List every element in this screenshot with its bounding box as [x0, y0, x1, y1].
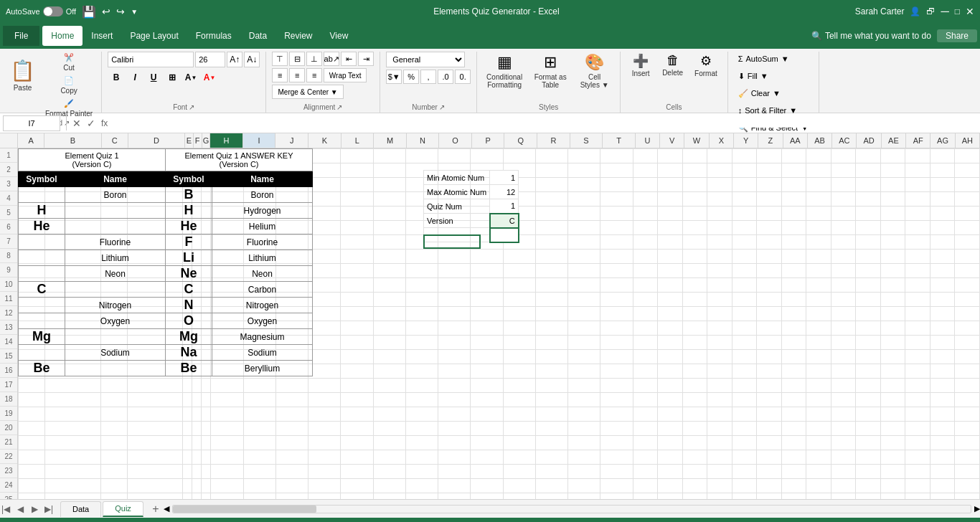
indent-increase-button[interactable]: ⇥ — [358, 52, 374, 66]
grid-cell[interactable] — [781, 465, 806, 479]
grid-cell[interactable] — [45, 422, 100, 436]
quiz-cell-name1[interactable] — [65, 282, 166, 298]
sort-filter-button[interactable]: ↕ Sort & Filter ▼ — [734, 103, 801, 118]
grid-cell[interactable] — [658, 264, 683, 278]
sort-dropdown[interactable]: ▼ — [789, 106, 797, 115]
align-right-button[interactable]: ≡ — [306, 68, 322, 82]
grid-cell[interactable] — [707, 207, 732, 221]
row-num-25[interactable]: 25 — [0, 493, 17, 499]
grid-cell[interactable] — [341, 250, 373, 264]
grid-cell[interactable] — [535, 178, 567, 192]
grid-cell[interactable] — [275, 422, 308, 436]
grid-cell[interactable] — [806, 450, 831, 465]
grid-cell[interactable] — [856, 350, 881, 364]
quiz-cell-sym1[interactable]: He — [19, 219, 65, 234]
grid-cell[interactable] — [707, 407, 732, 422]
grid-cell[interactable] — [880, 393, 905, 407]
grid-cell[interactable] — [471, 336, 503, 350]
grid-cell[interactable] — [471, 293, 503, 307]
grid-cell[interactable] — [19, 422, 45, 436]
grid-cell[interactable] — [905, 163, 930, 178]
quick-access-dropdown[interactable]: ▼ — [131, 8, 138, 16]
grid-cell[interactable] — [707, 264, 732, 278]
grid-cell[interactable] — [806, 436, 831, 450]
row-num-14[interactable]: 14 — [0, 335, 17, 349]
grid-cell[interactable] — [211, 379, 243, 393]
grid-cell[interactable] — [955, 235, 980, 250]
scroll-track[interactable] — [172, 505, 971, 513]
grid-cell[interactable] — [707, 221, 732, 235]
grid-cell[interactable] — [243, 479, 275, 493]
grid-cell[interactable] — [438, 278, 471, 293]
grid-cell[interactable] — [373, 178, 405, 192]
grid-cell[interactable] — [341, 393, 373, 407]
grid-cell[interactable] — [633, 307, 658, 321]
grid-cell[interactable] — [568, 321, 600, 336]
quiz-cell-name2[interactable]: Hydrogen — [212, 203, 313, 219]
grid-cell[interactable] — [781, 379, 806, 393]
grid-cell[interactable] — [127, 465, 182, 479]
grid-cell[interactable] — [100, 407, 127, 422]
quiz-cell-sym1[interactable]: H — [19, 203, 65, 219]
col-header-P[interactable]: P — [472, 133, 505, 148]
grid-cell[interactable] — [930, 422, 955, 436]
grid-cell[interactable] — [568, 350, 600, 364]
view-menu[interactable]: View — [321, 26, 357, 46]
grid-cell[interactable] — [905, 364, 930, 379]
grid-cell[interactable] — [930, 364, 955, 379]
sheet-tab-quiz[interactable]: Quiz — [103, 501, 143, 517]
grid-cell[interactable] — [856, 221, 881, 235]
grid-cell[interactable] — [806, 336, 831, 350]
grid-cell[interactable] — [275, 479, 308, 493]
grid-cell[interactable] — [471, 379, 503, 393]
row-num-7[interactable]: 7 — [0, 234, 17, 249]
grid-cell[interactable] — [880, 350, 905, 364]
grid-cell[interactable] — [732, 321, 757, 336]
grid-cell[interactable] — [955, 293, 980, 307]
grid-cell[interactable] — [682, 350, 707, 364]
grid-cell[interactable] — [308, 450, 341, 465]
grid-cell[interactable] — [202, 407, 211, 422]
row-num-8[interactable]: 8 — [0, 249, 17, 263]
grid-cell[interactable] — [275, 393, 308, 407]
grid-cell[interactable] — [341, 235, 373, 250]
grid-cell[interactable] — [535, 235, 567, 250]
row-num-6[interactable]: 6 — [0, 220, 17, 234]
row-num-19[interactable]: 19 — [0, 407, 17, 421]
grid-cell[interactable] — [955, 379, 980, 393]
grid-cell[interactable] — [757, 192, 782, 207]
grid-cell[interactable] — [880, 336, 905, 350]
grid-cell[interactable] — [930, 493, 955, 500]
grid-cell[interactable] — [341, 422, 373, 436]
grid-cell[interactable] — [45, 393, 100, 407]
grid-cell[interactable] — [45, 493, 100, 500]
grid-cell[interactable] — [600, 178, 633, 192]
grid-cell[interactable] — [202, 479, 211, 493]
grid-cell[interactable] — [308, 407, 341, 422]
grid-cell[interactable] — [732, 479, 757, 493]
grid-cell[interactable] — [308, 493, 341, 500]
grid-cell[interactable] — [535, 350, 567, 364]
grid-cell[interactable] — [633, 278, 658, 293]
grid-cell[interactable] — [275, 407, 308, 422]
grid-cell[interactable] — [955, 350, 980, 364]
align-top-button[interactable]: ⊤ — [272, 52, 288, 66]
grid-cell[interactable] — [757, 422, 782, 436]
col-header-S[interactable]: S — [570, 133, 603, 148]
grid-cell[interactable] — [831, 479, 856, 493]
grid-cell[interactable] — [905, 250, 930, 264]
grid-cell[interactable] — [880, 149, 905, 163]
quiz-cell-sym2[interactable]: He — [166, 219, 212, 234]
grid-cell[interactable] — [633, 393, 658, 407]
grid-cell[interactable] — [438, 393, 471, 407]
quiz-cell-sym1[interactable] — [19, 250, 65, 266]
grid-cell[interactable] — [568, 235, 600, 250]
home-menu[interactable]: Home — [42, 26, 83, 46]
grid-cell[interactable] — [905, 465, 930, 479]
grid-cell[interactable] — [905, 379, 930, 393]
grid-cell[interactable] — [308, 321, 341, 336]
grid-cell[interactable] — [183, 465, 192, 479]
grid-cell[interactable] — [682, 278, 707, 293]
grid-cell[interactable] — [856, 178, 881, 192]
grid-cell[interactable] — [438, 379, 471, 393]
